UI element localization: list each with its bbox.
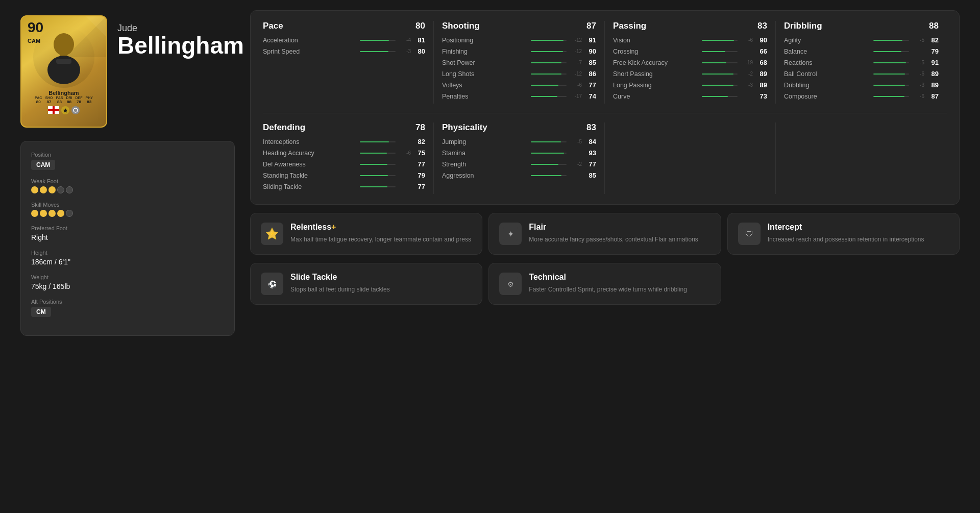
preferred-foot-value: Right	[31, 233, 224, 241]
stat-balance: Balance 79	[784, 47, 939, 55]
stamina-bar	[531, 153, 567, 154]
technical-desc: Faster Controlled Sprint, precise wide t…	[529, 285, 687, 294]
stat-phy-val: 83	[87, 100, 91, 104]
stat-def-val: 78	[77, 100, 81, 104]
card-stat-sho: SHO 87	[45, 96, 53, 104]
composure-val: 87	[927, 92, 939, 100]
stamina-val: 93	[585, 149, 596, 157]
dribbling-score: 88	[929, 21, 939, 31]
player-last-name: Bellingham	[117, 34, 244, 57]
technical-icon-svg: ⚙	[503, 277, 518, 291]
club-icon-svg	[73, 108, 78, 113]
vision-label: Vision	[613, 37, 699, 44]
trait-flair: ✦ Flair More accurate fancy passes/shots…	[488, 213, 721, 255]
short-passing-delta: -2	[741, 71, 753, 77]
stat-volleys: Volleys -6 77	[442, 81, 596, 89]
short-passing-label: Short Passing	[613, 70, 699, 78]
skill-star-4	[57, 210, 64, 217]
dribbling-name: Dribbling	[784, 21, 822, 31]
relentless-content: Relentless+ Max half time fatigue recove…	[290, 223, 471, 244]
pace-score: 80	[415, 21, 425, 31]
stat-interceptions: Interceptions 82	[263, 138, 425, 145]
stat-sho-label: SHO	[45, 96, 53, 100]
vision-bar	[702, 40, 738, 41]
skill-star-3	[48, 210, 56, 217]
player-info-card: Position CAM Weak Foot Skill Moves	[20, 141, 235, 336]
stat-dri-val: 88	[67, 100, 71, 104]
skill-moves-stars	[31, 210, 224, 217]
volleys-label: Volleys	[442, 82, 528, 89]
preferred-foot-label: Preferred Foot	[31, 225, 224, 231]
stat-def-awareness: Def Awareness 77	[263, 160, 425, 168]
short-passing-bar	[702, 74, 738, 75]
stat-agility: Agility -5 82	[784, 36, 939, 44]
stat-positioning: Positioning -12 91	[442, 36, 596, 44]
alt-positions-label: Alt Positions	[31, 299, 224, 305]
passing-name: Passing	[613, 21, 646, 31]
acceleration-delta: -4	[399, 37, 411, 43]
star-4	[57, 186, 64, 193]
heading-accuracy-val: 75	[414, 149, 425, 157]
weak-foot-label: Weak Foot	[31, 178, 224, 184]
passing-header: Passing 83	[613, 21, 767, 31]
positioning-delta: -12	[570, 37, 582, 43]
playstyles-grid-bottom: ⚽ Slide Tackle Stops ball at feet during…	[250, 263, 960, 305]
free-kick-delta: -19	[741, 60, 753, 65]
card-name-label: Bellingham	[48, 90, 79, 96]
intercept-name: Intercept	[768, 223, 924, 232]
dribbling-header: Dribbling 88	[784, 21, 939, 31]
stat-free-kick: Free Kick Accuracy -19 68	[613, 59, 767, 66]
penalties-label: Penalties	[442, 93, 528, 100]
card-stat-pas: PAS 83	[56, 96, 63, 104]
physicality-score: 83	[586, 123, 596, 133]
relentless-plus: +	[331, 223, 336, 231]
ball-control-label: Ball Control	[784, 70, 870, 78]
balance-val: 79	[927, 47, 939, 55]
def-awareness-val: 77	[414, 160, 425, 168]
defending-score: 78	[415, 123, 425, 133]
svg-text:⚡: ⚡	[269, 230, 276, 237]
weak-foot-stars	[31, 186, 224, 193]
flair-desc: More accurate fancy passes/shots, contex…	[529, 235, 698, 244]
stat-dribbling-attr: Dribbling -3 89	[784, 81, 939, 89]
aggression-label: Aggression	[442, 172, 528, 179]
technical-content: Technical Faster Controlled Sprint, prec…	[529, 273, 687, 294]
skill-star-2	[40, 210, 47, 217]
card-stat-pac: PAC 80	[35, 96, 42, 104]
passing-column: Passing 83 Vision -6 90 Crossing 66	[605, 21, 776, 104]
stat-vision: Vision -6 90	[613, 36, 767, 44]
dribbling-attr-val: 89	[927, 81, 939, 89]
physicality-name: Physicality	[442, 123, 487, 133]
trait-relentless: ⚡ Relentless+ Max half time fatigue reco…	[250, 213, 482, 255]
empty-col-4	[776, 123, 947, 194]
flair-icon: ✦	[499, 223, 522, 245]
curve-label: Curve	[613, 93, 699, 100]
skill-moves-label: Skill Moves	[31, 202, 224, 208]
england-flag-icon	[48, 106, 59, 114]
player-name-section: Jude Bellingham	[117, 15, 244, 57]
empty-col-3	[605, 123, 776, 194]
passing-score: 83	[757, 21, 767, 31]
reactions-delta: -5	[912, 60, 924, 65]
stat-phy-label: PHY	[85, 96, 92, 100]
stat-sho-val: 87	[47, 100, 52, 104]
card-rating: 90	[28, 20, 43, 35]
sliding-tackle-bar	[360, 186, 396, 187]
strength-bar	[531, 164, 567, 165]
stat-heading-accuracy: Heading Accuracy -6 75	[263, 149, 425, 157]
crossing-bar	[702, 51, 738, 52]
stats-card: Pace 80 Acceleration -4 81 Sprint Speed …	[250, 10, 960, 205]
free-kick-val: 68	[756, 59, 767, 66]
sliding-tackle-val: 77	[414, 183, 425, 190]
slide-tackle-icon: ⚽	[261, 273, 283, 295]
dribbling-attr-bar	[873, 85, 909, 86]
stamina-label: Stamina	[442, 150, 528, 157]
weight-section: Weight 75kg / 165lb	[31, 274, 224, 290]
right-panel: Pace 80 Acceleration -4 81 Sprint Speed …	[250, 10, 960, 336]
stat-crossing: Crossing 66	[613, 47, 767, 55]
card-player-image	[33, 27, 94, 88]
svg-marker-9	[63, 108, 68, 113]
sprint-speed-label: Sprint Speed	[263, 48, 357, 55]
strength-label: Strength	[442, 161, 528, 168]
star-5	[66, 186, 73, 193]
